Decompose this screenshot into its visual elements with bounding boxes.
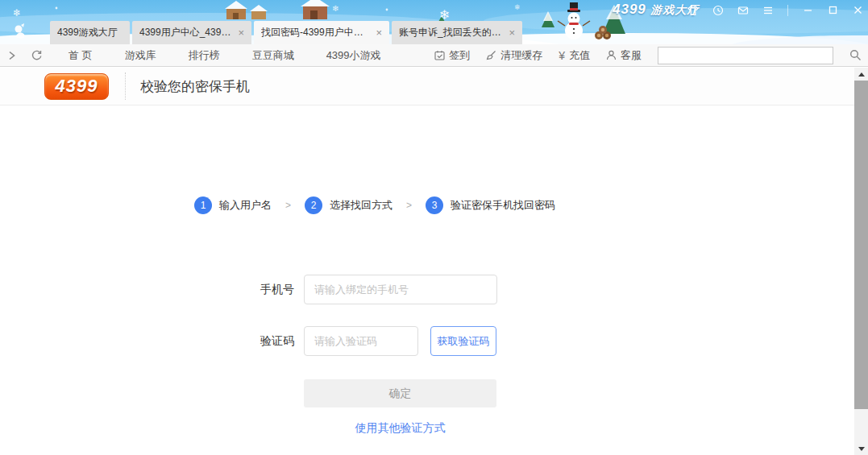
refresh-icon[interactable] — [31, 49, 43, 61]
page-content: 4399 校验您的密保手机 1 输入用户名 > 2 选择找回方式 > 3 验证密… — [0, 68, 854, 455]
tab-account-appeal[interactable]: 账号申诉_找回丢失的439... × — [392, 21, 522, 44]
close-icon[interactable] — [852, 5, 863, 16]
mail-icon[interactable] — [737, 5, 749, 16]
step-2-label: 选择找回方式 — [330, 198, 392, 213]
nav-rankings[interactable]: 排行榜 — [189, 48, 220, 63]
check-in-label: 签到 — [449, 48, 470, 63]
window-titlebar: ❄ ❄ ❄ ❄ 4399 游戏大厅 — [0, 0, 868, 44]
tab-close-icon[interactable]: × — [238, 27, 244, 38]
tab-label: 账号申诉_找回丢失的439... — [399, 26, 502, 39]
toolbar-actions: 签到 清理缓存 ¥ 充值 客服 — [434, 47, 862, 64]
maximize-icon[interactable] — [827, 5, 838, 16]
nav-doudou-mall[interactable]: 豆豆商城 — [252, 48, 294, 63]
step-indicator: 1 输入用户名 > 2 选择找回方式 > 3 验证密保手机找回密码 — [194, 196, 555, 214]
clear-cache-button[interactable]: 清理缓存 — [486, 48, 542, 63]
step-1-circle: 1 — [194, 196, 212, 214]
scrollbar-thumb[interactable] — [854, 81, 868, 409]
step-separator-chevron: > — [285, 200, 291, 211]
phone-input[interactable] — [304, 275, 497, 304]
history-clock-icon[interactable] — [712, 5, 724, 16]
yen-icon: ¥ — [559, 49, 565, 62]
tab-label: 4399游戏大厅 — [57, 26, 123, 39]
recharge-label: 充值 — [569, 48, 590, 63]
page-title: 校验您的密保手机 — [140, 77, 250, 96]
browser-toolbar: 首 页 游戏库 排行榜 豆豆商城 4399小游戏 签到 清理缓存 ¥ 充值 — [0, 44, 868, 67]
window-controls — [687, 0, 863, 20]
svg-text:❄: ❄ — [514, 3, 521, 11]
search-input[interactable] — [658, 47, 833, 64]
tab-label: 4399用户中心_4399.com — [139, 26, 231, 39]
calendar-check-icon — [434, 50, 445, 60]
menu-icon[interactable] — [762, 5, 774, 16]
nav-home[interactable]: 首 页 — [69, 48, 93, 63]
toolbar-nav: 首 页 游戏库 排行榜 豆豆商城 4399小游戏 — [69, 48, 381, 63]
brand-number: 4399 — [613, 2, 646, 17]
forward-icon[interactable] — [6, 50, 18, 61]
search-icon[interactable] — [849, 49, 862, 61]
scrollbar-up-button[interactable] — [854, 68, 868, 81]
svg-text:❄: ❄ — [439, 8, 450, 22]
app-brand: 4399 游戏大厅 — [613, 2, 699, 18]
tab-user-center[interactable]: 4399用户中心_4399.com × — [132, 21, 251, 44]
scrollbar-down-button[interactable] — [854, 442, 868, 455]
svg-text:❄: ❄ — [13, 7, 21, 19]
recharge-button[interactable]: ¥ 充值 — [559, 48, 590, 63]
up-arrow-icon — [858, 72, 865, 77]
down-arrow-icon — [858, 447, 865, 451]
clear-cache-label: 清理缓存 — [500, 48, 542, 63]
tab-bar: 4399游戏大厅 4399用户中心_4399.com × 找回密码-4399用户… — [50, 21, 522, 44]
person-icon — [606, 50, 617, 60]
tab-close-icon[interactable]: × — [509, 27, 515, 38]
header-divider — [125, 72, 126, 100]
phone-label: 手机号 — [260, 283, 294, 297]
nav-mini-games[interactable]: 4399小游戏 — [326, 48, 381, 63]
step-3: 3 验证密保手机找回密码 — [426, 196, 555, 214]
site-logo[interactable]: 4399 — [44, 73, 109, 100]
minimize-icon[interactable] — [802, 5, 813, 16]
tab-label: 找回密码-4399用户中心_... — [261, 26, 369, 39]
mascot-icon[interactable] — [12, 23, 31, 43]
step-1-label: 输入用户名 — [219, 198, 272, 213]
tab-password-recovery[interactable]: 找回密码-4399用户中心_... × — [254, 21, 389, 44]
window-controls-separator — [787, 5, 788, 16]
page-header: 4399 校验您的密保手机 — [0, 68, 854, 105]
svg-text:❄: ❄ — [332, 4, 338, 13]
step-3-label: 验证密保手机找回密码 — [451, 198, 555, 213]
get-code-button[interactable]: 获取验证码 — [430, 326, 496, 356]
code-label: 验证码 — [260, 334, 294, 349]
step-2: 2 选择找回方式 — [305, 196, 392, 214]
phone-verification-form: 手机号 验证码 获取验证码 确定 使用其他验证方式 — [260, 275, 497, 436]
tab-close-icon[interactable]: × — [376, 27, 382, 38]
broom-icon — [486, 50, 496, 60]
phone-row: 手机号 — [260, 275, 497, 304]
step-2-circle: 2 — [305, 196, 322, 214]
tab-game-hall[interactable]: 4399游戏大厅 — [50, 21, 130, 44]
step-3-circle: 3 — [426, 196, 443, 214]
code-row: 验证码 获取验证码 — [260, 326, 497, 356]
step-separator-chevron: > — [406, 200, 412, 211]
customer-service-button[interactable]: 客服 — [606, 48, 642, 63]
check-in-button[interactable]: 签到 — [434, 48, 470, 63]
code-input[interactable] — [304, 326, 418, 356]
scrollbar[interactable] — [854, 68, 868, 455]
customer-service-label: 客服 — [621, 48, 642, 63]
step-1: 1 输入用户名 — [194, 196, 272, 214]
other-verification-link[interactable]: 使用其他验证方式 — [304, 421, 496, 436]
skin-shirt-icon[interactable] — [687, 5, 699, 16]
nav-game-library[interactable]: 游戏库 — [125, 48, 156, 63]
confirm-button[interactable]: 确定 — [304, 379, 496, 407]
